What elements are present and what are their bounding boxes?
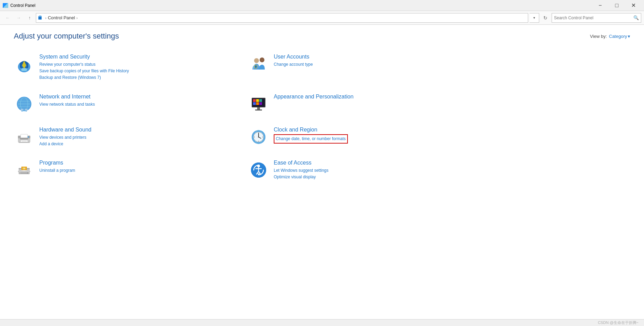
programs-content: Programs Uninstall a program [39, 160, 228, 174]
watermark: CSDN @生命在于折腾~ [598, 320, 641, 325]
clock-region-link-1[interactable]: Change date, time, or number formats [274, 134, 348, 144]
svg-rect-25 [256, 99, 259, 102]
status-bar: CSDN @生命在于折腾~ [0, 319, 644, 326]
svg-rect-21 [26, 111, 27, 112]
category-network-internet: Network and Internet View network status… [14, 91, 228, 117]
system-security-link-3[interactable]: Backup and Restore (Windows 7) [39, 74, 228, 81]
address-path[interactable]: › Control Panel › [36, 13, 528, 23]
svg-rect-40 [19, 142, 30, 143]
svg-point-63 [23, 168, 25, 169]
svg-rect-34 [20, 138, 28, 139]
svg-point-39 [28, 136, 29, 138]
ease-of-access-content: Ease of Access Let Windows suggest setti… [274, 160, 462, 180]
category-ease-of-access: Ease of Access Let Windows suggest setti… [248, 157, 462, 183]
title-bar-left: Control Panel [3, 3, 36, 8]
svg-rect-29 [259, 102, 262, 105]
categories-grid: System and Security Review your computer… [14, 51, 462, 183]
network-internet-icon [14, 94, 34, 114]
path-control-panel[interactable]: Control Panel [48, 15, 75, 20]
ease-of-access-icon [248, 160, 269, 180]
forward-button[interactable]: → [14, 13, 23, 23]
path-separator-2: › [76, 16, 78, 20]
hardware-sound-link-1[interactable]: View devices and printers [39, 134, 228, 141]
network-internet-title[interactable]: Network and Internet [39, 94, 228, 100]
programs-title[interactable]: Programs [39, 160, 228, 166]
system-security-icon [14, 54, 34, 74]
svg-rect-30 [257, 107, 260, 109]
svg-rect-28 [256, 102, 259, 105]
clock-region-title[interactable]: Clock and Region [274, 127, 462, 133]
close-button[interactable]: ✕ [625, 0, 641, 11]
user-accounts-title[interactable]: User Accounts [274, 54, 462, 60]
programs-icon [14, 160, 34, 180]
system-security-content: System and Security Review your computer… [39, 54, 228, 81]
ease-of-access-title[interactable]: Ease of Access [274, 160, 462, 166]
network-internet-content: Network and Internet View network status… [39, 94, 228, 108]
user-accounts-content: User Accounts Change account type [274, 54, 462, 68]
category-programs: Programs Uninstall a program [14, 157, 228, 183]
svg-rect-35 [21, 134, 28, 138]
user-accounts-link-1[interactable]: Change account type [274, 61, 462, 68]
programs-link-1[interactable]: Uninstall a program [39, 167, 228, 174]
hardware-sound-icon [14, 127, 34, 147]
system-security-link-2[interactable]: Save backup copies of your files with Fi… [39, 68, 228, 74]
appearance-icon [248, 94, 269, 114]
hardware-sound-content: Hardware and Sound View devices and prin… [39, 127, 228, 147]
ease-of-access-link-2[interactable]: Optimize visual display [274, 174, 462, 180]
hardware-sound-link-2[interactable]: Add a device [39, 141, 228, 147]
svg-rect-1 [39, 15, 41, 17]
appearance-title[interactable]: Appearance and Personalization [274, 94, 462, 100]
page-title: Adjust your computer's settings [14, 32, 119, 41]
appearance-content: Appearance and Personalization [274, 94, 462, 101]
svg-rect-65 [21, 173, 28, 173]
view-by-arrow: ▾ [628, 34, 630, 39]
view-by: View by: Category ▾ [590, 34, 630, 39]
back-button[interactable]: ← [3, 13, 12, 23]
category-user-accounts: User Accounts Change account type [248, 51, 462, 84]
view-by-value: Category [609, 34, 627, 39]
path-icon [38, 15, 44, 21]
svg-rect-26 [259, 99, 262, 102]
app-icon [3, 3, 8, 8]
view-by-link[interactable]: Category ▾ [609, 34, 630, 39]
system-security-title[interactable]: System and Security [39, 54, 228, 60]
network-internet-link-1[interactable]: View network status and tasks [39, 101, 228, 108]
title-bar: Control Panel − □ ✕ [0, 0, 644, 11]
up-button[interactable]: ↑ [25, 13, 34, 23]
maximize-button[interactable]: □ [609, 0, 625, 11]
system-security-link-1[interactable]: Review your computer's status [39, 61, 228, 68]
page-header: Adjust your computer's settings View by:… [14, 32, 630, 41]
ease-of-access-link-1[interactable]: Let Windows suggest settings [274, 167, 462, 174]
svg-point-5 [254, 58, 259, 63]
search-input[interactable] [554, 15, 633, 20]
address-dropdown-button[interactable]: ▾ [530, 13, 539, 23]
minimize-button[interactable]: − [592, 0, 608, 11]
search-button[interactable]: 🔍 [633, 15, 639, 20]
svg-rect-31 [255, 109, 262, 111]
search-box: 🔍 [552, 13, 641, 23]
svg-point-6 [260, 57, 264, 62]
hardware-sound-title[interactable]: Hardware and Sound [39, 127, 228, 133]
svg-rect-27 [253, 102, 256, 105]
svg-rect-2 [39, 17, 41, 19]
svg-point-66 [27, 172, 28, 173]
view-by-label: View by: [590, 34, 607, 39]
svg-rect-20 [21, 111, 23, 112]
category-clock-region: Clock and Region Change date, time, or n… [248, 124, 462, 150]
svg-rect-18 [21, 109, 23, 111]
path-separator-1: › [45, 16, 47, 20]
user-accounts-icon [248, 54, 269, 74]
category-system-security: System and Security Review your computer… [14, 51, 228, 84]
title-bar-controls: − □ ✕ [592, 0, 641, 11]
category-appearance: Appearance and Personalization [248, 91, 462, 117]
svg-rect-19 [25, 109, 28, 111]
category-hardware-sound: Hardware and Sound View devices and prin… [14, 124, 228, 150]
svg-rect-4 [21, 68, 27, 71]
svg-rect-24 [253, 99, 256, 102]
clock-region-icon [248, 127, 269, 147]
address-bar: ← → ↑ › Control Panel › ▾ ↻ 🔍 [0, 11, 644, 25]
main-content: Adjust your computer's settings View by:… [0, 25, 644, 319]
refresh-button[interactable]: ↻ [541, 13, 550, 23]
clock-region-content: Clock and Region Change date, time, or n… [274, 127, 462, 144]
window-title: Control Panel [10, 3, 36, 8]
